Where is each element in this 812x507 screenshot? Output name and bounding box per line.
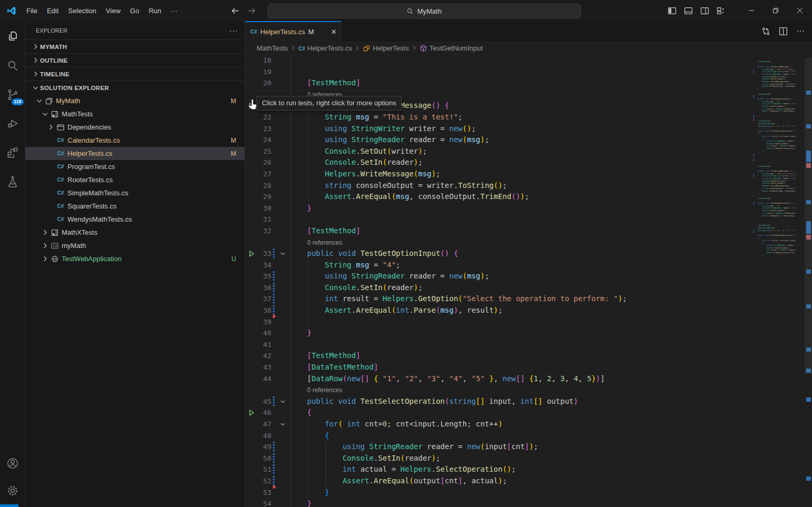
menu-item-run[interactable]: Run bbox=[144, 5, 166, 17]
code-line[interactable]: 33 public void TestGetOptionInput() { bbox=[245, 248, 812, 260]
code-line[interactable]: 25 Console.SetOut(writer); bbox=[245, 146, 812, 157]
fold-chevron-icon[interactable] bbox=[276, 396, 289, 407]
tree-item-mymath[interactable]: MyMathM bbox=[25, 94, 244, 107]
code-line[interactable]: 19 bbox=[245, 66, 812, 78]
close-button[interactable] bbox=[788, 0, 812, 21]
codelens-row[interactable]: 0 references bbox=[245, 237, 812, 248]
code-line[interactable]: 47 for( int cnt=0; cnt<input.Length; cnt… bbox=[245, 419, 812, 430]
code-line[interactable]: 41 bbox=[245, 339, 812, 351]
code-line[interactable]: 31 bbox=[245, 214, 812, 225]
restore-button[interactable] bbox=[764, 0, 788, 21]
breadcrumb-item[interactable]: TestGetNumInput bbox=[419, 44, 483, 52]
chevron-right-icon[interactable] bbox=[41, 228, 50, 236]
code-line[interactable]: 28 string consoleOutput = writer.ToStrin… bbox=[245, 180, 812, 192]
section-header-timeline[interactable]: TIMELINE bbox=[25, 67, 244, 81]
back-arrow-icon[interactable] bbox=[231, 6, 240, 15]
code-area[interactable]: 181920 [TestMethod]0 references21 public… bbox=[245, 55, 812, 507]
editor-more-actions[interactable]: ··· bbox=[796, 26, 805, 36]
open-changes-icon[interactable] bbox=[761, 27, 770, 36]
extensions-icon[interactable] bbox=[4, 144, 22, 162]
menu-item-[interactable]: ··· bbox=[166, 5, 182, 17]
code-line[interactable]: 49 using StringReader reader = new(input… bbox=[245, 441, 812, 453]
command-center-search[interactable]: MyMath bbox=[268, 4, 581, 18]
code-line[interactable]: 51 int actual = Helpers.SelectOperation(… bbox=[245, 464, 812, 475]
run-test-icon[interactable] bbox=[245, 407, 258, 419]
section-header-mymath[interactable]: MYMATH bbox=[25, 39, 244, 53]
code-line[interactable]: 42 [TestMethod] bbox=[245, 350, 812, 362]
code-line[interactable]: 27 Helpers.WriteMessage(msg); bbox=[245, 168, 812, 180]
tree-item-dependencies[interactable]: Dependencies bbox=[25, 121, 244, 134]
code-line[interactable]: 23 using StringWriter writer = new(); bbox=[245, 123, 812, 135]
menu-item-go[interactable]: Go bbox=[125, 5, 144, 17]
code-line[interactable]: 30 } bbox=[245, 203, 812, 214]
code-line[interactable]: 54 } bbox=[245, 498, 812, 507]
codelens-references[interactable]: 0 references bbox=[307, 239, 343, 246]
search-view-icon[interactable] bbox=[4, 57, 22, 75]
code-line[interactable]: 35 using StringReader reader = new(msg); bbox=[245, 271, 812, 282]
tree-item-mathxtests[interactable]: MathXTests bbox=[25, 226, 244, 239]
testing-icon[interactable] bbox=[4, 173, 22, 191]
chevron-right-icon[interactable] bbox=[41, 255, 50, 263]
menu-item-selection[interactable]: Selection bbox=[63, 5, 101, 17]
tree-item-rootertests-cs[interactable]: C#RooterTests.cs bbox=[25, 173, 244, 186]
chevron-right-icon[interactable] bbox=[46, 123, 55, 131]
breadcrumb-item[interactable]: MathTests bbox=[257, 44, 288, 52]
code-line[interactable]: 40 } bbox=[245, 327, 812, 339]
tree-item-simplemathtests-cs[interactable]: C#SimpleMathTests.cs bbox=[25, 186, 244, 200]
code-line[interactable]: 43 [DataTestMethod] bbox=[245, 362, 812, 373]
code-line[interactable]: 29 Assert.AreEqual(msg, consoleOutput.Tr… bbox=[245, 191, 812, 203]
minimize-button[interactable] bbox=[739, 0, 764, 21]
run-debug-icon[interactable] bbox=[4, 115, 22, 133]
section-header-outline[interactable]: OUTLINE bbox=[25, 53, 244, 67]
tree-item-helpertests-cs[interactable]: C#HelperTests.csM bbox=[25, 147, 244, 160]
settings-gear-icon[interactable] bbox=[4, 482, 22, 500]
code-line[interactable]: 48 { bbox=[245, 430, 812, 442]
breadcrumb-item[interactable]: C#HelperTests.cs bbox=[298, 44, 352, 52]
fold-chevron-icon[interactable] bbox=[276, 419, 289, 430]
tab-helpertests[interactable]: C# HelperTests.cs M ✕ bbox=[245, 21, 341, 41]
tree-item-squarertests-cs[interactable]: C#SquarerTests.cs bbox=[25, 200, 244, 213]
section-header-solution-explorer[interactable]: SOLUTION EXPLORER bbox=[25, 81, 244, 94]
code-line[interactable]: 18 bbox=[245, 55, 812, 66]
code-line[interactable]: 50 Console.SetIn(reader); bbox=[245, 453, 812, 464]
code-line[interactable]: 26 Console.SetIn(reader); bbox=[245, 157, 812, 168]
explorer-more-actions[interactable]: ··· bbox=[229, 26, 238, 35]
minimap[interactable]: [TestMethod] public void TestWriteMessag… bbox=[754, 56, 796, 507]
customize-layout-icon[interactable] bbox=[717, 6, 726, 15]
code-line[interactable]: 39 bbox=[245, 316, 812, 328]
code-line[interactable]: 37 int result = Helpers.GetOption("Selec… bbox=[245, 293, 812, 305]
split-editor-icon[interactable] bbox=[779, 27, 788, 36]
code-line[interactable]: 22 String msg = "This is a test!"; bbox=[245, 112, 812, 123]
chevron-right-icon[interactable] bbox=[41, 242, 50, 250]
code-line[interactable]: 46 { bbox=[245, 407, 812, 419]
chevron-down-icon[interactable] bbox=[41, 110, 50, 118]
tree-item-testwebapplication[interactable]: TestWebApplicationU bbox=[25, 252, 244, 265]
codelens-row[interactable]: 0 references bbox=[245, 384, 812, 396]
codelens-references[interactable]: 0 references bbox=[307, 386, 343, 394]
menu-item-file[interactable]: File bbox=[22, 5, 42, 17]
menu-item-edit[interactable]: Edit bbox=[42, 5, 63, 17]
code-line[interactable]: 45 public void TestSelectOperation(strin… bbox=[245, 396, 812, 407]
toggle-sidebar-icon[interactable] bbox=[668, 6, 677, 15]
code-line[interactable]: 36 Console.SetIn(reader); bbox=[245, 282, 812, 294]
code-line[interactable]: 32 [TestMethod] bbox=[245, 225, 812, 237]
account-icon[interactable] bbox=[4, 454, 22, 472]
code-line[interactable]: 44 [DataRow(new[] { "1", "2", "3", "4", … bbox=[245, 373, 812, 385]
chevron-down-icon[interactable] bbox=[35, 97, 44, 105]
tree-item-mathtests[interactable]: MathTests bbox=[25, 107, 244, 121]
tree-item-wendysmathtests-cs[interactable]: C#WendysMathTests.cs bbox=[25, 213, 244, 226]
source-control-icon[interactable]: 118 bbox=[4, 86, 22, 104]
fold-chevron-icon[interactable] bbox=[276, 248, 289, 260]
code-line[interactable]: 24 using StringReader reader = new(msg); bbox=[245, 134, 812, 146]
code-line[interactable]: 34 String msg = "4"; bbox=[245, 260, 812, 271]
explorer-icon[interactable] bbox=[4, 28, 22, 46]
tree-item-mymath[interactable]: C#myMath bbox=[25, 239, 244, 252]
code-line[interactable]: 52 Assert.AreEqual(output[cnt], actual); bbox=[245, 475, 812, 487]
tree-item-calendartests-cs[interactable]: C#CalendarTests.csM bbox=[25, 134, 244, 147]
toggle-panel-icon[interactable] bbox=[684, 6, 693, 15]
forward-arrow-icon[interactable] bbox=[247, 6, 256, 15]
tree-item-programtest-cs[interactable]: C#ProgramTest.cs bbox=[25, 160, 244, 173]
breadcrumb-item[interactable]: HelperTests bbox=[363, 44, 409, 52]
vertical-scrollbar[interactable] bbox=[805, 58, 812, 374]
code-line[interactable]: 53 } bbox=[245, 487, 812, 499]
